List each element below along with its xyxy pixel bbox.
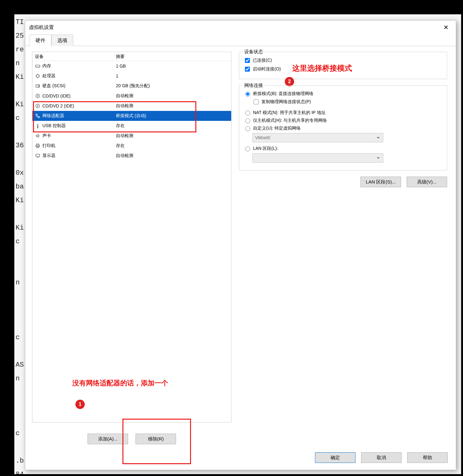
- device-name: 网络适配器: [42, 113, 64, 119]
- svg-rect-8: [36, 114, 37, 115]
- hardware-row[interactable]: 声卡自动检测: [32, 131, 231, 141]
- device-state-group: 设备状态 已连接(C) 启动时连接(O) 这里选择桥接模式 2: [239, 52, 447, 79]
- custom-radio[interactable]: [245, 126, 250, 131]
- remove-hardware-button[interactable]: 移除(R): [136, 434, 176, 444]
- device-summary: 20 GB (预先分配): [116, 83, 150, 89]
- device-summary: 1 GB: [116, 64, 126, 69]
- tab-hardware[interactable]: 硬件: [30, 35, 51, 46]
- nat-radio[interactable]: [245, 111, 250, 116]
- device-name: CD/DVD 2 (IDE): [42, 103, 74, 108]
- disk-icon: [35, 83, 41, 89]
- connect-on-start-label: 启动时连接(O): [253, 66, 281, 72]
- display-icon: [35, 153, 41, 159]
- svg-point-3: [38, 86, 39, 87]
- connected-checkbox[interactable]: [245, 58, 250, 63]
- network-icon: [35, 113, 41, 119]
- annotation-badge-1: 1: [75, 400, 85, 409]
- hostonly-radio-row[interactable]: 仅主机模式(H): 与主机共享的专用网络: [244, 117, 442, 123]
- svg-point-6: [36, 104, 40, 108]
- dialog-footer: 确定 取消 帮助: [315, 452, 448, 463]
- bridged-radio[interactable]: [245, 92, 250, 97]
- hardware-row[interactable]: CD/DVD 2 (IDE)自动检测: [32, 101, 231, 111]
- titlebar: 虚拟机设置 ✕: [25, 21, 456, 34]
- hardware-row[interactable]: 打印机存在: [32, 141, 231, 151]
- device-summary: 自动检测: [116, 153, 133, 159]
- close-icon[interactable]: ✕: [440, 24, 452, 31]
- annotation-text-2: 这里选择桥接模式: [292, 63, 352, 73]
- cd-icon: [35, 103, 41, 109]
- hardware-row[interactable]: 处理器1: [32, 71, 231, 81]
- custom-radio-row[interactable]: 自定义(U): 特定虚拟网络: [244, 125, 442, 131]
- cancel-button[interactable]: 取消: [361, 452, 402, 463]
- column-device: 设备: [35, 54, 116, 60]
- bridged-radio-row[interactable]: 桥接模式(B): 直接连接物理网络: [244, 91, 442, 97]
- lan-segments-button[interactable]: LAN 区段(S)...: [360, 177, 401, 187]
- ok-button[interactable]: 确定: [315, 452, 356, 463]
- device-state-legend: 设备状态: [242, 49, 265, 55]
- device-name: CD/DVD (IDE): [42, 93, 70, 98]
- usb-icon: [35, 123, 41, 129]
- column-summary: 摘要: [116, 54, 125, 60]
- device-summary: 存在: [116, 143, 125, 149]
- connect-on-start-checkbox[interactable]: [245, 67, 250, 72]
- device-name: 内存: [42, 63, 51, 69]
- advanced-button[interactable]: 高级(V)...: [407, 177, 447, 187]
- hardware-row[interactable]: 显示器自动检测: [32, 151, 231, 161]
- hardware-row[interactable]: 内存1 GB: [32, 61, 231, 71]
- hostonly-label: 仅主机模式(H): 与主机共享的专用网络: [253, 118, 327, 123]
- sound-icon: [35, 133, 41, 139]
- hardware-row[interactable]: 网络适配器桥接模式 (自动): [32, 111, 231, 121]
- hardware-list-header: 设备 摘要: [32, 52, 231, 61]
- hardware-row[interactable]: USB 控制器存在: [32, 121, 231, 131]
- device-name: USB 控制器: [42, 123, 66, 129]
- svg-rect-13: [37, 146, 39, 148]
- hardware-row[interactable]: CD/DVD (IDE)自动检测: [32, 91, 231, 101]
- replicate-checkbox[interactable]: [254, 99, 259, 104]
- svg-point-4: [36, 94, 40, 98]
- svg-rect-14: [36, 154, 40, 157]
- hardware-list[interactable]: 设备 摘要 内存1 GB处理器1硬盘 (SCSI)20 GB (预先分配)CD/…: [32, 52, 232, 422]
- lan-segment-select[interactable]: [252, 153, 383, 163]
- tab-options[interactable]: 选项: [51, 35, 73, 46]
- hostonly-radio[interactable]: [245, 118, 250, 123]
- network-connection-group: 网络连接 桥接模式(B): 直接连接物理网络 复制物理网络连接状态(P) NAT…: [239, 85, 447, 170]
- printer-icon: [35, 143, 41, 149]
- annotation-text-1: 没有网络适配器的话，添加一个: [72, 378, 168, 388]
- device-name: 处理器: [42, 73, 55, 79]
- bridged-label: 桥接模式(B): 直接连接物理网络: [253, 91, 313, 97]
- vm-settings-dialog: 虚拟机设置 ✕ 硬件 选项 设备 摘要 内存1 GB处理器1硬盘 (SCSI)2…: [25, 20, 456, 470]
- lan-segment-radio[interactable]: [245, 146, 250, 151]
- device-summary: 1: [116, 74, 118, 79]
- custom-vmnet-select[interactable]: VMnet0: [252, 133, 383, 142]
- device-name: 硬盘 (SCSI): [42, 83, 65, 89]
- connected-label: 已连接(C): [253, 58, 272, 63]
- device-summary: 自动检测: [116, 133, 133, 139]
- svg-point-5: [37, 96, 38, 97]
- nat-label: NAT 模式(N): 用于共享主机的 IP 地址: [253, 110, 326, 116]
- cd-icon: [35, 93, 41, 99]
- device-name: 打印机: [42, 143, 55, 149]
- device-summary: 桥接模式 (自动): [116, 113, 146, 119]
- memory-icon: [35, 63, 41, 69]
- hardware-row[interactable]: 硬盘 (SCSI)20 GB (预先分配): [32, 81, 231, 91]
- custom-vmnet-value: VMnet0: [255, 135, 270, 140]
- svg-point-10: [37, 127, 38, 128]
- replicate-checkbox-row[interactable]: 复制物理网络连接状态(P): [252, 98, 442, 105]
- custom-label: 自定义(U): 特定虚拟网络: [253, 126, 301, 131]
- help-button[interactable]: 帮助: [407, 452, 448, 463]
- device-summary: 存在: [116, 123, 125, 129]
- cpu-icon: [35, 73, 41, 79]
- dialog-title: 虚拟机设置: [29, 24, 54, 31]
- device-name: 声卡: [42, 133, 51, 139]
- connected-checkbox-row[interactable]: 已连接(C): [244, 57, 442, 64]
- device-name: 显示器: [42, 153, 55, 159]
- lan-segment-radio-row[interactable]: LAN 区段(L):: [244, 145, 442, 151]
- device-summary: 自动检测: [116, 103, 133, 109]
- lan-segment-label: LAN 区段(L):: [253, 146, 278, 151]
- svg-point-7: [37, 106, 38, 107]
- nat-radio-row[interactable]: NAT 模式(N): 用于共享主机的 IP 地址: [244, 110, 442, 116]
- add-hardware-button[interactable]: 添加(A)...: [88, 434, 128, 444]
- svg-rect-1: [36, 75, 39, 77]
- annotation-badge-2: 2: [285, 77, 294, 86]
- device-summary: 自动检测: [116, 93, 133, 99]
